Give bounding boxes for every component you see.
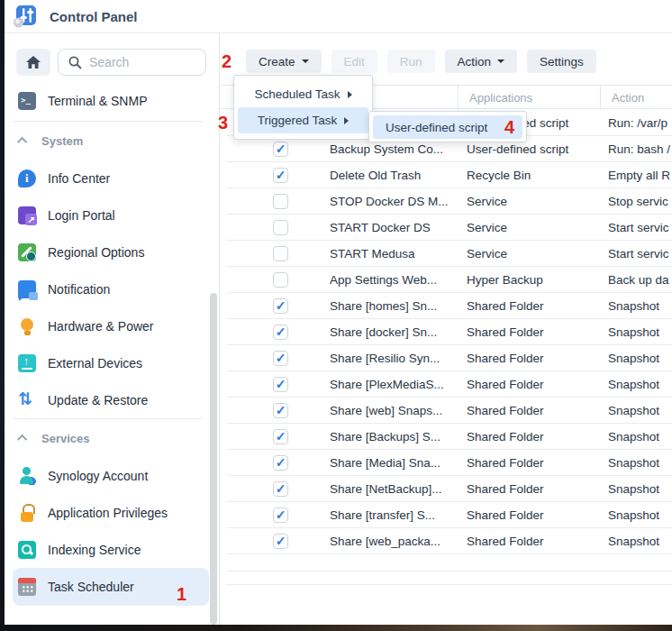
checkbox-unchecked[interactable] (273, 272, 288, 288)
edit-button[interactable]: Edit (331, 50, 377, 73)
sidebar-section-system[interactable]: System (5, 122, 213, 160)
task-name-cell[interactable]: Share [Media] Sna... (330, 456, 467, 470)
sidebar-item-regional-options[interactable]: Regional Options (5, 233, 213, 270)
checkbox-checked[interactable]: ✓ (273, 142, 288, 157)
settings-button[interactable]: Settings (527, 50, 596, 73)
triggered-task-submenu: User-defined script (368, 111, 527, 142)
create-button[interactable]: Create (246, 50, 322, 73)
checkbox-checked[interactable]: ✓ (273, 351, 288, 366)
table-row: STOP Docker DS M...ServiceStop servic (227, 188, 672, 215)
external-devices-icon (18, 354, 36, 372)
sidebar-section-services[interactable]: Services (5, 419, 213, 457)
task-name-cell[interactable]: Share [Resilio Syn... (330, 352, 467, 365)
task-name-cell[interactable]: Backup System Co... (330, 142, 467, 156)
sidebar-item-notification[interactable]: Notification (5, 270, 213, 307)
action-cell: Snapshot (608, 378, 672, 391)
task-name-cell[interactable]: Share [transfer] S... (330, 508, 467, 522)
desktop-edge-bottom (0, 625, 672, 631)
task-name-cell[interactable]: Share [web] Snaps... (330, 404, 467, 417)
step-annotation-3: 3 (218, 113, 228, 133)
home-button[interactable] (16, 49, 50, 76)
menu-item-user-defined-script[interactable]: User-defined script (373, 115, 522, 139)
application-cell: Service (467, 247, 608, 261)
sidebar-menu: Terminal & SNMPSystemInfo CenterLogin Po… (5, 81, 213, 606)
sidebar-item-label: External Devices (48, 356, 142, 370)
login-portal-icon (18, 206, 36, 224)
calendar-icon (18, 578, 36, 596)
task-name-cell[interactable]: START Medusa (330, 247, 467, 261)
search-icon (68, 56, 82, 69)
task-name-cell[interactable]: Share [web_packa... (330, 535, 467, 548)
checkbox-checked[interactable]: ✓ (273, 455, 288, 471)
checkbox-checked[interactable]: ✓ (273, 298, 288, 314)
task-name-cell[interactable]: Share [docker] Sn... (330, 325, 467, 339)
checkbox-checked[interactable]: ✓ (273, 325, 288, 340)
search-placeholder: Search (89, 55, 129, 69)
submenu-arrow-icon (348, 91, 352, 98)
column-header-applications[interactable]: Applications (458, 86, 600, 110)
checkbox-checked[interactable]: ✓ (273, 534, 288, 549)
sidebar-item-label: Update & Restore (48, 393, 148, 407)
sidebar-item-info-center[interactable]: Info Center (5, 160, 213, 197)
task-name-cell[interactable]: App Settings Web... (330, 273, 467, 287)
task-table: ✓User-defined scriptRun: /var/p✓Backup S… (220, 110, 672, 554)
task-name-cell[interactable]: Share [homes] Sn... (330, 299, 467, 313)
checkbox-checked[interactable]: ✓ (273, 508, 288, 523)
application-cell: Service (467, 221, 608, 234)
application-cell: Service (467, 195, 608, 208)
search-input[interactable]: Search (58, 49, 206, 76)
checkbox-checked[interactable]: ✓ (273, 403, 288, 418)
sidebar-item-login-portal[interactable]: Login Portal (5, 197, 213, 233)
task-name-cell[interactable]: START Docker DS (330, 221, 467, 234)
task-name-cell[interactable]: Share [Backups] S... (330, 430, 467, 444)
step-annotation-4: 4 (504, 117, 514, 138)
sidebar-item-terminal-snmp[interactable]: Terminal & SNMP (5, 81, 213, 121)
application-cell: Shared Folder (467, 535, 608, 548)
task-name-cell[interactable]: Share [PlexMediaS... (330, 378, 467, 391)
table-row: ✓Share [docker] Sn...Shared FolderSnapsh… (227, 319, 672, 345)
regional-options-icon (18, 243, 36, 261)
sidebar-item-external-devices[interactable]: External Devices (5, 344, 213, 381)
control-panel-window: Control Panel Search Terminal & SNMPSyst… (0, 0, 672, 631)
checkbox-checked[interactable]: ✓ (273, 481, 288, 497)
action-cell: Snapshot (608, 299, 672, 313)
checkbox-unchecked[interactable] (273, 246, 288, 261)
action-cell: Snapshot (608, 456, 672, 470)
action-cell: Run: /var/p (608, 116, 672, 130)
sidebar-item-synology-account[interactable]: Synology Account (5, 457, 213, 494)
chevron-up-icon (17, 434, 27, 444)
table-row: ✓Share [Backups] S...Shared FolderSnapsh… (227, 424, 672, 450)
column-header-action[interactable]: Action (600, 86, 672, 110)
run-button[interactable]: Run (387, 50, 435, 73)
sidebar-item-update-restore[interactable]: Update & Restore (5, 381, 213, 418)
account-icon (18, 467, 36, 485)
desktop-edge-left (0, 0, 5, 631)
checkbox-unchecked[interactable] (273, 220, 288, 235)
lock-icon (18, 504, 36, 522)
task-name-cell[interactable]: Delete Old Trash (330, 169, 467, 182)
edit-button-label: Edit (344, 55, 365, 69)
checkbox-checked[interactable]: ✓ (273, 377, 288, 392)
checkbox-checked[interactable]: ✓ (273, 168, 288, 183)
lightbulb-icon (18, 317, 36, 335)
table-row: ✓Share [Resilio Syn...Shared FolderSnaps… (227, 345, 672, 371)
table-footer-divider (227, 571, 672, 572)
sidebar-item-label: Notification (48, 282, 110, 297)
action-cell: Back up da (608, 273, 672, 287)
application-cell: Shared Folder (467, 482, 608, 496)
task-name-cell[interactable]: Share [NetBackup]... (330, 482, 467, 496)
application-cell: Shared Folder (467, 404, 608, 417)
checkbox-checked[interactable]: ✓ (273, 429, 288, 444)
menu-item-triggered-task[interactable]: Triggered Task (238, 107, 368, 133)
sidebar-scrollbar[interactable] (210, 293, 217, 625)
checkbox-unchecked[interactable] (273, 194, 288, 209)
action-button[interactable]: Action (445, 50, 518, 73)
action-cell: Empty all R (608, 169, 672, 182)
sidebar-item-application-privileges[interactable]: Application Privileges (5, 494, 213, 531)
sidebar-item-indexing-service[interactable]: Indexing Service (5, 531, 213, 568)
sidebar-item-hardware-power[interactable]: Hardware & Power (5, 307, 213, 344)
menu-item-scheduled-task[interactable]: Scheduled Task (238, 81, 368, 107)
table-row: ✓Share [homes] Sn...Shared FolderSnapsho… (227, 293, 672, 319)
terminal-icon (18, 92, 36, 110)
task-name-cell[interactable]: STOP Docker DS M... (330, 195, 467, 208)
